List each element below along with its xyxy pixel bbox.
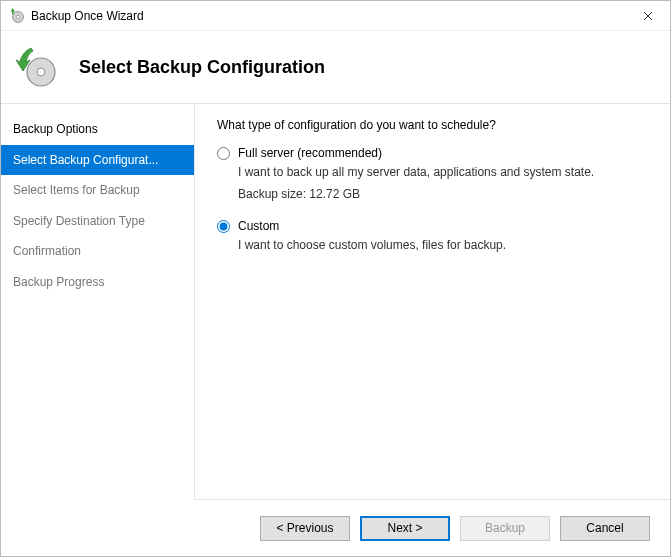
step-select-backup-configuration[interactable]: Select Backup Configurat... xyxy=(1,145,194,176)
option-custom-row[interactable]: Custom xyxy=(217,219,648,233)
cancel-button[interactable]: Cancel xyxy=(560,516,650,541)
option-custom-label: Custom xyxy=(238,219,279,233)
previous-button[interactable]: < Previous xyxy=(260,516,350,541)
option-full-server: Full server (recommended) I want to back… xyxy=(217,146,648,203)
option-full-server-desc2: Backup size: 12.72 GB xyxy=(238,185,648,204)
close-button[interactable] xyxy=(625,1,670,31)
option-full-server-label: Full server (recommended) xyxy=(238,146,382,160)
step-backup-progress[interactable]: Backup Progress xyxy=(1,267,194,298)
next-button[interactable]: Next > xyxy=(360,516,450,541)
page-title: Select Backup Configuration xyxy=(79,57,325,78)
window-title: Backup Once Wizard xyxy=(31,9,144,23)
radio-full-server[interactable] xyxy=(217,147,230,160)
option-full-server-row[interactable]: Full server (recommended) xyxy=(217,146,648,160)
radio-custom[interactable] xyxy=(217,220,230,233)
wizard-body: Backup Options Select Backup Configurat.… xyxy=(1,104,670,500)
config-question: What type of configuration do you want t… xyxy=(217,118,648,132)
titlebar: Backup Once Wizard xyxy=(1,1,670,31)
svg-point-3 xyxy=(37,68,45,76)
option-custom-desc1: I want to choose custom volumes, files f… xyxy=(238,236,648,255)
wizard-footer: < Previous Next > Backup Cancel xyxy=(1,500,670,556)
step-confirmation[interactable]: Confirmation xyxy=(1,236,194,267)
backup-button: Backup xyxy=(460,516,550,541)
app-icon xyxy=(9,8,25,24)
step-select-items-for-backup[interactable]: Select Items for Backup xyxy=(1,175,194,206)
wizard-content: What type of configuration do you want t… xyxy=(195,104,670,500)
option-full-server-desc1: I want to back up all my server data, ap… xyxy=(238,163,648,182)
step-specify-destination-type[interactable]: Specify Destination Type xyxy=(1,206,194,237)
wizard-window: Backup Once Wizard Select Backup Configu… xyxy=(0,0,671,557)
option-custom: Custom I want to choose custom volumes, … xyxy=(217,219,648,255)
step-backup-options[interactable]: Backup Options xyxy=(1,114,194,145)
wizard-steps-sidebar: Backup Options Select Backup Configurat.… xyxy=(1,104,195,500)
backup-icon xyxy=(15,46,57,88)
wizard-header: Select Backup Configuration xyxy=(1,31,670,103)
svg-point-1 xyxy=(16,15,19,18)
